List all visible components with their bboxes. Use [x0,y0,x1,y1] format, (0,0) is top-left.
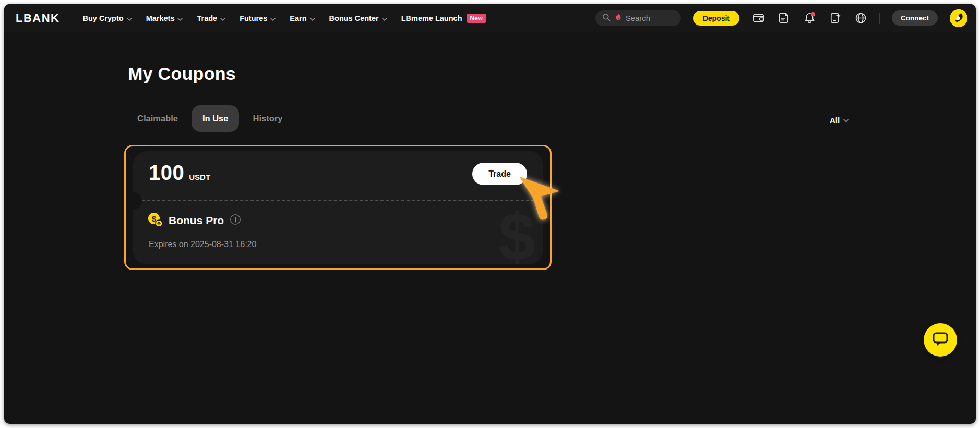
chat-bubble-icon [931,331,949,349]
coupon-dashed-divider [141,200,534,201]
avatar[interactable] [950,9,967,27]
coupon-type-row: $ Bonus Pro [147,212,241,229]
lbank-logo[interactable]: LBANK [16,11,60,25]
filter-dropdown[interactable]: All [830,113,849,127]
menu-markets[interactable]: Markets [146,14,183,22]
coupon-currency: USDT [189,173,210,181]
coupon-amount: 100 [149,162,184,183]
tab-in-use[interactable]: In Use [192,105,240,132]
chat-support-button[interactable] [924,323,957,357]
top-navbar: LBANK Buy Crypto Markets Trade Futures E… [4,4,976,32]
search-input[interactable] [626,14,675,22]
app-window: LBANK Buy Crypto Markets Trade Futures E… [4,4,976,424]
chevron-down-icon [382,14,387,22]
coupon-type-label: Bonus Pro [169,214,224,227]
navbar-divider [879,13,880,24]
coupon-card: $ 100 USDT Trade $ Bonus Pro Expires on … [133,151,543,264]
bonus-coin-icon: $ [147,212,163,229]
main-menu: Buy Crypto Markets Trade Futures Earn Bo… [83,14,487,23]
trade-button[interactable]: Trade [472,163,527,185]
chevron-down-icon [127,14,132,22]
screenshot-frame: LBANK Buy Crypto Markets Trade Futures E… [0,0,980,428]
search-icon [602,13,611,24]
filter-selected-value: All [830,116,840,125]
tab-history[interactable]: History [253,114,282,124]
deposit-button[interactable]: Deposit [693,11,739,26]
coupon-expiry: Expires on 2025-08-31 16:20 [149,240,256,249]
coupon-tabs: Claimable In Use History [137,105,282,132]
chevron-down-icon [177,14,183,22]
notification-dot [811,12,815,16]
chevron-down-icon [270,14,276,22]
chevron-down-icon [843,115,849,125]
menu-bonus-center[interactable]: Bonus Center [329,14,387,22]
app-download-icon[interactable] [828,11,842,25]
notifications-icon[interactable] [803,11,816,25]
info-icon[interactable] [230,214,241,227]
wallet-icon[interactable] [751,11,765,25]
menu-buy-crypto[interactable]: Buy Crypto [83,14,132,22]
menu-lbmeme-launch[interactable]: LBmeme Launch New [401,14,487,23]
coupon-amount-row: 100 USDT [149,162,210,183]
new-badge: New [467,14,487,23]
search-box[interactable] [595,10,681,26]
navbar-right-cluster: Deposit Connect [595,9,967,27]
dollar-watermark: $ [498,203,535,264]
flame-icon [615,13,622,23]
coupon-left-notch [133,192,142,210]
chevron-down-icon [220,14,225,22]
menu-futures[interactable]: Futures [240,14,276,22]
language-icon[interactable] [854,11,867,25]
orders-icon[interactable] [777,11,791,25]
connect-button[interactable]: Connect [892,10,938,26]
page-title: My Coupons [128,64,236,84]
tab-claimable[interactable]: Claimable [137,114,178,124]
chevron-down-icon [310,14,315,22]
menu-trade[interactable]: Trade [197,14,225,22]
menu-earn[interactable]: Earn [290,14,315,22]
